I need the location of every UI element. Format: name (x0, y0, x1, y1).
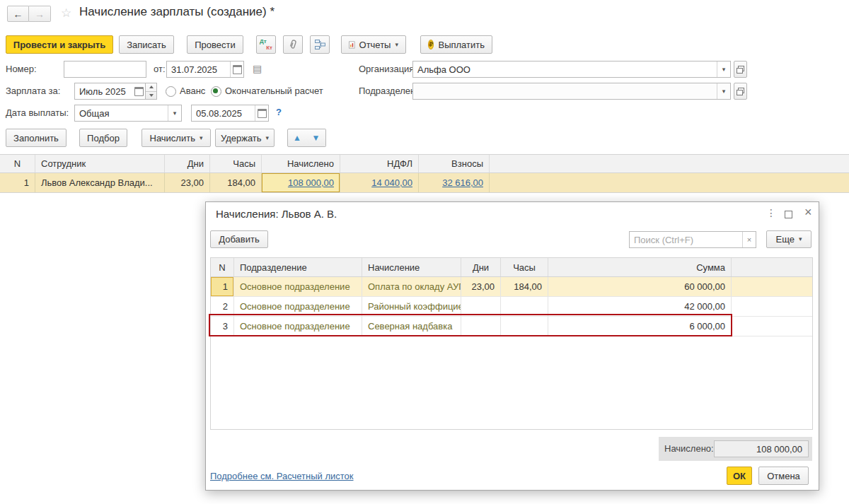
chevron-down-icon: ▾ (395, 42, 398, 48)
final-settlement-radio[interactable] (211, 86, 221, 97)
nav-buttons: ← → (7, 6, 51, 22)
payroll-window: ← → ☆ Начисление зарплаты (создание) * П… (0, 0, 849, 504)
number-field[interactable] (64, 61, 146, 78)
search-field[interactable]: × (629, 231, 756, 248)
more-button[interactable]: Еще ▾ (766, 230, 812, 248)
ok-button[interactable]: ОК (727, 467, 752, 485)
advance-radio[interactable] (166, 86, 176, 97)
debit-credit-icon: Дт Кт (260, 38, 272, 51)
accrued-cell-current[interactable]: 108 000,00 (262, 173, 340, 192)
table-row[interactable]: 2 Основное подразделение Районный коэффи… (211, 297, 812, 317)
ndfl-link[interactable]: 14 040,00 (371, 177, 412, 188)
open-organization-button[interactable] (734, 61, 747, 78)
search-input[interactable] (630, 232, 742, 247)
col-department[interactable]: Подразделение (234, 258, 362, 276)
doc-date-field[interactable] (166, 61, 244, 78)
open-icon (737, 88, 744, 95)
withhold-button[interactable]: Удержать ▾ (215, 129, 275, 147)
pay-date-label: Дата выплаты: (6, 105, 69, 122)
list-choice-icon[interactable]: ▤ (253, 63, 262, 74)
period-stepper[interactable] (145, 83, 157, 100)
col-hours[interactable]: Часы (210, 155, 262, 172)
chevron-down-icon[interactable]: ▾ (168, 105, 181, 121)
employees-table: N Сотрудник Дни Часы Начислено НДФЛ Взно… (0, 154, 849, 193)
maximize-icon[interactable] (785, 211, 792, 218)
open-icon (737, 66, 744, 74)
step-up-icon[interactable] (146, 83, 156, 92)
open-department-button[interactable] (734, 83, 747, 100)
chevron-down-icon: ▾ (266, 135, 270, 141)
debit-credit-button[interactable]: Дт Кт (256, 35, 276, 54)
contributions-link[interactable]: 32 616,00 (442, 177, 483, 188)
col-sum[interactable]: Сумма (548, 258, 732, 276)
report-icon (349, 40, 355, 49)
table-row-highlighted[interactable]: 3 Основное подразделение Северная надбав… (211, 317, 812, 336)
final-settlement-radio-label[interactable]: Окончательный расчет (225, 83, 323, 100)
post-and-close-button[interactable]: Провести и закрыть (6, 35, 113, 54)
col-days[interactable]: Дни (461, 258, 501, 276)
accruals-dialog: Начисления: Львов А. В. ⋮ × Добавить × Е… (205, 201, 819, 491)
back-icon[interactable]: ← (7, 6, 29, 22)
calendar-icon[interactable] (255, 105, 268, 121)
table-row[interactable]: 1 Основное подразделение Оплата по оклад… (211, 277, 812, 297)
structure-button[interactable] (310, 35, 330, 54)
post-button[interactable]: Провести (187, 35, 243, 54)
close-icon[interactable]: × (804, 205, 812, 220)
number-label: Номер: (6, 61, 37, 78)
org-structure-icon (315, 40, 325, 49)
col-accrued[interactable]: Начислено (262, 155, 340, 172)
table-header-row: N Подразделение Начисление Дни Часы Сумм… (211, 258, 812, 277)
move-up-button[interactable]: ▲ (287, 129, 307, 147)
col-n[interactable]: N (211, 258, 234, 276)
advance-radio-label[interactable]: Аванс (180, 83, 205, 100)
accrued-link[interactable]: 108 000,00 (288, 177, 334, 188)
pick-button[interactable]: Подбор (79, 129, 127, 147)
pay-date-mode-field[interactable]: ▾ (74, 105, 182, 122)
step-down-icon[interactable] (146, 92, 156, 100)
col-n[interactable]: N (0, 155, 35, 172)
chevron-down-icon: ▾ (799, 236, 802, 242)
attachments-button[interactable] (283, 35, 303, 54)
col-hours[interactable]: Часы (501, 258, 548, 276)
total-panel: Начислено: 108 000,00 (659, 437, 812, 461)
table-row[interactable]: 1 Львов Александр Влади... 23,00 184,00 … (0, 173, 849, 193)
col-accrual[interactable]: Начисление (362, 258, 461, 276)
table-header-row: N Сотрудник Дни Часы Начислено НДФЛ Взно… (0, 154, 849, 173)
department-field[interactable]: ▾ (412, 83, 731, 100)
help-icon[interactable]: ? (276, 107, 282, 117)
move-down-button[interactable]: ▼ (306, 129, 326, 147)
col-ndfl[interactable]: НДФЛ (340, 155, 419, 172)
page-title: Начисление зарплаты (создание) * (79, 5, 275, 19)
add-button[interactable]: Добавить (210, 230, 268, 248)
accrued-total-label: Начислено: (664, 443, 714, 454)
dialog-title: Начисления: Львов А. В. (216, 208, 337, 220)
calendar-icon[interactable] (132, 83, 145, 99)
organization-field[interactable]: ▾ (412, 61, 731, 78)
clear-search-icon[interactable]: × (742, 232, 756, 247)
reports-button[interactable]: Отчеты ▾ (341, 35, 406, 54)
col-days[interactable]: Дни (165, 155, 210, 172)
accruals-table: N Подразделение Начисление Дни Часы Сумм… (210, 257, 813, 430)
forward-icon[interactable]: → (29, 6, 51, 22)
organization-label: Организация: (359, 61, 417, 78)
col-contributions[interactable]: Взносы (419, 155, 490, 172)
dialog-menu-icon[interactable]: ⋮ (766, 207, 776, 218)
period-field[interactable] (74, 83, 146, 100)
col-employee[interactable]: Сотрудник (35, 155, 165, 172)
employee-cell: Львов Александр Влади... (35, 173, 165, 192)
pay-button[interactable]: ₽ Выплатить (420, 35, 492, 54)
chevron-down-icon[interactable]: ▾ (717, 83, 730, 99)
fill-button[interactable]: Заполнить (6, 129, 67, 147)
save-button[interactable]: Записать (119, 35, 174, 54)
chevron-down-icon[interactable]: ▾ (717, 61, 730, 77)
chevron-down-icon: ▾ (200, 135, 203, 141)
accrue-button[interactable]: Начислить ▾ (142, 129, 211, 147)
from-label: от: (154, 61, 166, 78)
calendar-icon[interactable] (230, 61, 243, 77)
cancel-button[interactable]: Отмена (758, 467, 809, 485)
pay-date-field[interactable] (191, 105, 269, 122)
salary-for-label: Зарплата за: (6, 83, 60, 100)
payslip-link[interactable]: Подробнее см. Расчетный листок (210, 471, 354, 481)
ruble-coin-icon: ₽ (428, 40, 434, 49)
favorite-star-icon[interactable]: ☆ (61, 6, 71, 20)
